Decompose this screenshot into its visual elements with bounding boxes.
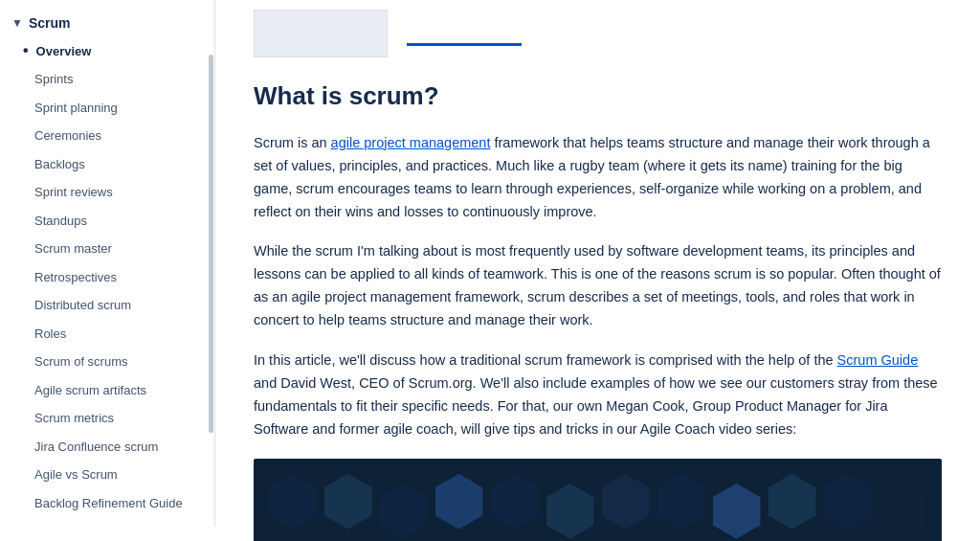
sidebar: ▼ Scrum • Overview SprintsSprint plannin…	[0, 0, 215, 541]
sidebar-nav-item-scrum-master[interactable]: Scrum master	[0, 235, 214, 263]
hex-shape	[491, 474, 539, 530]
hex-shape	[324, 474, 372, 530]
sidebar-nav-item-roles[interactable]: Roles	[0, 320, 214, 349]
sidebar-nav-item-distributed-scrum[interactable]: Distributed scrum	[0, 291, 214, 320]
scrum-guide-link[interactable]: Scrum Guide	[837, 352, 919, 368]
sidebar-nav-item-standups[interactable]: Standups	[0, 207, 214, 236]
hex-container	[254, 459, 942, 541]
article-para-3: In this article, we'll discuss how a tra…	[254, 349, 942, 441]
chevron-down-icon: ▼	[11, 16, 23, 30]
top-image-box	[254, 10, 388, 57]
article-para-1: Scrum is an agile project management fra…	[254, 132, 942, 224]
sidebar-nav-item-sprint-reviews[interactable]: Sprint reviews	[0, 178, 214, 207]
video-block	[254, 459, 942, 541]
hex-shape	[657, 474, 705, 530]
hex-shape	[380, 484, 428, 539]
sidebar-scrum-label: Scrum	[29, 15, 71, 31]
hex-shape	[768, 474, 816, 530]
sidebar-nav-item-sprint-planning[interactable]: Sprint planning	[0, 94, 214, 123]
sidebar-nav-item-scrum-metrics[interactable]: Scrum metrics	[0, 404, 214, 433]
sidebar-nav-item-agile-scrum-artifacts[interactable]: Agile scrum artifacts	[0, 376, 214, 405]
bullet-icon: •	[23, 42, 29, 59]
sidebar-overview-item[interactable]: • Overview	[0, 36, 214, 65]
hex-shape	[546, 484, 594, 539]
main-content: What is scrum? Scrum is an agile project…	[215, 0, 980, 541]
hex-shape	[713, 484, 761, 539]
hex-shape	[435, 474, 483, 530]
sidebar-scrum-header[interactable]: ▼ Scrum	[0, 10, 214, 36]
hex-shape	[269, 474, 317, 530]
sidebar-nav-item-agile-vs-scrum[interactable]: Agile vs Scrum	[0, 461, 214, 489]
sidebar-nav: ▼ Scrum • Overview SprintsSprint plannin…	[0, 0, 215, 527]
sidebar-scrollbar[interactable]	[209, 55, 213, 434]
article-title: What is scrum?	[254, 80, 942, 113]
sidebar-nav-item-sprints[interactable]: Sprints	[0, 65, 214, 94]
article-para-2: While the scrum I'm talking about is mos…	[254, 240, 942, 332]
sidebar-nav-item-ceremonies[interactable]: Ceremonies	[0, 122, 214, 150]
hex-shape	[880, 484, 927, 539]
sidebar-nav-items: SprintsSprint planningCeremoniesBacklogs…	[0, 65, 214, 517]
hex-shape	[602, 474, 650, 530]
sidebar-overview-label: Overview	[36, 44, 92, 58]
sidebar-nav-item-scrum-of-scrums[interactable]: Scrum of scrums	[0, 348, 214, 376]
sidebar-nav-item-backlogs[interactable]: Backlogs	[0, 150, 214, 179]
agile-pm-link[interactable]: agile project management	[331, 135, 491, 150]
hex-shape	[824, 474, 872, 530]
sidebar-nav-item-backlog-refinement-guide[interactable]: Backlog Refinement Guide	[0, 489, 214, 518]
sidebar-nav-item-retrospectives[interactable]: Retrospectives	[0, 263, 214, 292]
sidebar-nav-item-jira-confluence-scrum[interactable]: Jira Confluence scrum	[0, 433, 214, 462]
top-image-area	[254, 0, 942, 57]
top-link-bar	[407, 43, 522, 46]
